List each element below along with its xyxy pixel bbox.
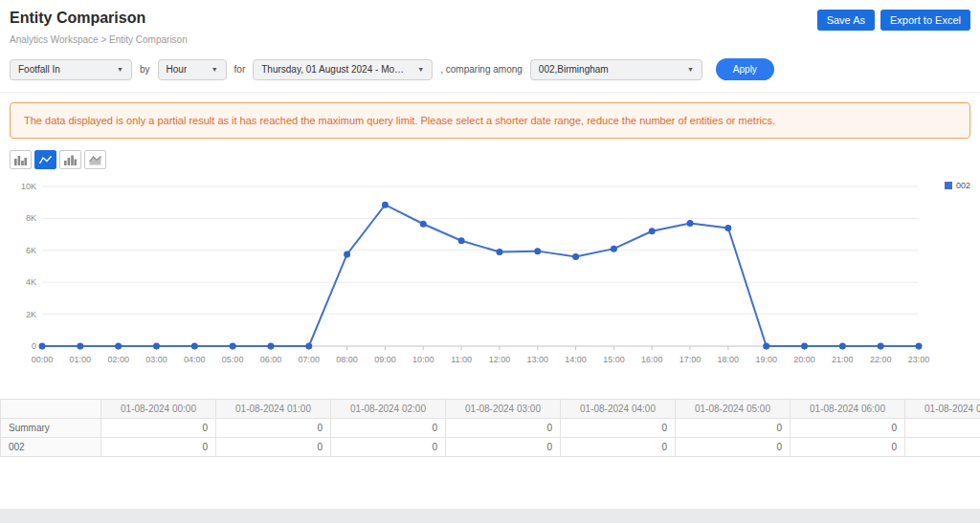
table-column-header: 01-08-2024 00:00 xyxy=(101,400,216,419)
table-cell: 0 xyxy=(446,438,561,457)
filter-bar: Footfall In ▼ by Hour ▼ for Thursday, 01… xyxy=(0,49,980,93)
save-as-button[interactable]: Save As xyxy=(817,10,875,31)
data-point[interactable] xyxy=(267,343,274,350)
data-point[interactable] xyxy=(878,343,884,350)
table-cell: 0 xyxy=(676,438,791,457)
table-cell: 0 xyxy=(446,419,561,438)
table-row: 00200000000 xyxy=(1,438,980,457)
x-tick-label: 06:00 xyxy=(260,355,282,364)
data-point[interactable] xyxy=(420,221,427,228)
x-tick-label: 23:00 xyxy=(908,355,930,364)
data-point[interactable] xyxy=(382,202,389,208)
table-cell: 0 xyxy=(101,419,216,438)
line-series xyxy=(42,205,919,346)
y-tick-label: 2K xyxy=(26,310,36,319)
x-tick-label: 17:00 xyxy=(679,355,702,364)
y-tick-label: 0 xyxy=(32,341,36,351)
x-tick-label: 11:00 xyxy=(451,355,472,364)
data-point[interactable] xyxy=(687,220,694,227)
partial-result-warning: The data displayed is only a partial res… xyxy=(10,102,970,139)
for-label: for xyxy=(234,64,246,75)
page-root: Entity Comparison Save As Export to Exce… xyxy=(0,0,980,523)
apply-button[interactable]: Apply xyxy=(716,58,774,80)
legend-label: 002 xyxy=(956,181,970,190)
x-tick-label: 04:00 xyxy=(184,355,206,364)
table-cell: 0 xyxy=(905,419,980,438)
line-chart-icon[interactable] xyxy=(34,150,56,169)
data-point[interactable] xyxy=(649,228,656,234)
x-tick-label: 16:00 xyxy=(641,355,663,364)
data-point[interactable] xyxy=(916,343,923,350)
chart-type-toolbar xyxy=(10,150,970,169)
chevron-down-icon: ▼ xyxy=(417,66,424,73)
row-label: Summary xyxy=(1,419,101,438)
data-point[interactable] xyxy=(39,343,46,350)
breadcrumb-parent[interactable]: Analytics Workspace xyxy=(10,34,99,45)
x-tick-label: 19:00 xyxy=(755,355,777,364)
data-point[interactable] xyxy=(572,253,579,260)
x-tick-label: 20:00 xyxy=(793,355,815,364)
data-point[interactable] xyxy=(611,246,617,252)
x-tick-label: 22:00 xyxy=(870,355,892,364)
breadcrumb: Analytics Workspace > Entity Comparison xyxy=(10,34,970,45)
data-point[interactable] xyxy=(153,343,160,350)
table-column-header: 01-08-2024 06:00 xyxy=(791,400,905,419)
area-chart-icon[interactable] xyxy=(84,150,106,169)
data-point[interactable] xyxy=(458,237,465,244)
y-tick-label: 6K xyxy=(26,246,36,255)
entities-dropdown[interactable]: 002,Birmingham ▼ xyxy=(530,59,702,80)
data-point[interactable] xyxy=(230,343,236,350)
chevron-down-icon: ▼ xyxy=(117,66,123,73)
x-tick-label: 01:00 xyxy=(70,355,92,364)
table-cell: 0 xyxy=(791,419,905,438)
x-tick-label: 05:00 xyxy=(222,355,244,364)
x-tick-label: 13:00 xyxy=(526,355,548,364)
table-cell: 0 xyxy=(331,438,446,457)
table-column-header: 01-08-2024 03:00 xyxy=(446,400,561,419)
table-column-header: 01-08-2024 05:00 xyxy=(676,400,791,419)
table-cell: 0 xyxy=(216,419,331,438)
export-to-excel-button[interactable]: Export to Excel xyxy=(880,10,970,31)
table-cell: 0 xyxy=(101,438,216,457)
data-point[interactable] xyxy=(724,225,731,231)
table-cell: 0 xyxy=(331,419,446,438)
x-tick-label: 18:00 xyxy=(718,355,740,364)
table-column-header: 01-08-2024 04:00 xyxy=(561,400,676,419)
column-chart-icon[interactable] xyxy=(59,150,81,169)
data-point[interactable] xyxy=(763,343,769,350)
data-point[interactable] xyxy=(839,343,846,350)
table-cell: 0 xyxy=(905,438,980,457)
entities-dropdown-value: 002,Birmingham xyxy=(539,64,609,75)
y-tick-label: 4K xyxy=(26,277,36,287)
data-point[interactable] xyxy=(344,251,350,257)
data-point[interactable] xyxy=(77,343,83,350)
data-point[interactable] xyxy=(496,249,502,255)
table-column-header: 01-08-2024 01:00 xyxy=(216,400,331,419)
data-point[interactable] xyxy=(191,343,198,350)
x-tick-label: 12:00 xyxy=(489,355,511,364)
data-point[interactable] xyxy=(115,343,122,350)
bar-chart-icon[interactable] xyxy=(10,150,32,169)
date-range-dropdown[interactable]: Thursday, 01 August 2024 - Monday, 30 Se… xyxy=(253,59,433,80)
x-tick-label: 02:00 xyxy=(107,355,129,364)
comparison-table: 01-08-2024 00:0001-08-2024 01:0001-08-20… xyxy=(0,399,980,457)
data-point[interactable] xyxy=(305,343,312,350)
chart-legend[interactable]: 002 xyxy=(945,181,970,190)
comparing-among-label: , comparing among xyxy=(440,64,523,75)
x-tick-label: 21:00 xyxy=(832,355,854,364)
x-tick-label: 08:00 xyxy=(336,355,358,364)
interval-dropdown[interactable]: Hour ▼ xyxy=(158,59,227,80)
metric-dropdown[interactable]: Footfall In ▼ xyxy=(10,59,132,80)
metric-dropdown-value: Footfall In xyxy=(18,64,60,75)
by-label: by xyxy=(140,64,150,75)
data-point[interactable] xyxy=(534,248,541,254)
table-cell: 0 xyxy=(791,438,905,457)
x-tick-label: 07:00 xyxy=(299,355,321,364)
table-header-row: 01-08-2024 00:0001-08-2024 01:0001-08-20… xyxy=(1,400,980,419)
chevron-down-icon: ▼ xyxy=(212,66,218,73)
data-point[interactable] xyxy=(801,343,808,350)
x-tick-label: 15:00 xyxy=(603,355,625,364)
legend-swatch xyxy=(945,182,952,189)
x-tick-label: 03:00 xyxy=(145,355,167,364)
table-row: Summary00000000 xyxy=(1,419,980,438)
